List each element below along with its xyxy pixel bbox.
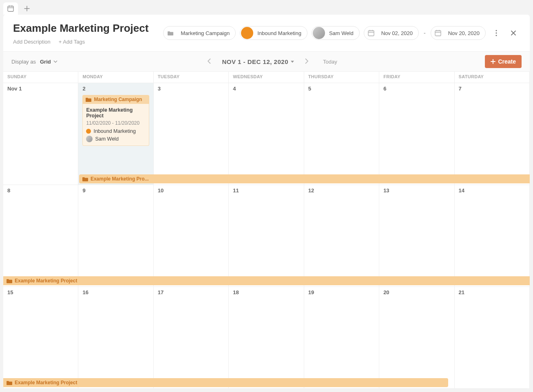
avatar-icon bbox=[86, 136, 93, 142]
day-header: SATURDAY bbox=[455, 72, 530, 83]
department-chip[interactable]: Inbound Marketing bbox=[240, 26, 307, 40]
chevron-down-icon bbox=[53, 60, 58, 63]
header: Example Marketing Project Add Descriptio… bbox=[3, 15, 530, 51]
day-number: 4 bbox=[233, 86, 236, 92]
event-card[interactable]: Example Marketing Project 11/02/2020 - 1… bbox=[82, 104, 149, 146]
calendar-day[interactable]: 3 bbox=[154, 83, 229, 185]
calendar-day[interactable]: 7 bbox=[455, 83, 530, 185]
svg-point-6 bbox=[495, 35, 497, 36]
start-date-label: Nov 02, 2020 bbox=[381, 30, 413, 36]
day-header: WEDNESDAY bbox=[229, 72, 304, 83]
calendar-icon bbox=[432, 27, 444, 39]
calendar-day[interactable]: 11 bbox=[229, 185, 304, 287]
calendar-day[interactable]: 6 bbox=[379, 83, 454, 185]
calendar-day[interactable]: 9 bbox=[78, 185, 153, 287]
day-number: 11 bbox=[233, 187, 239, 194]
day-number: 10 bbox=[158, 187, 164, 194]
calendar-day[interactable]: 21 bbox=[455, 287, 530, 389]
calendar-icon bbox=[365, 27, 377, 39]
date-dash: - bbox=[423, 30, 427, 36]
day-number: 15 bbox=[7, 289, 13, 295]
event-span-bar[interactable]: Example Marketing Project bbox=[3, 276, 530, 285]
close-button[interactable] bbox=[507, 26, 520, 40]
calendar-week: 8 9 10 11 12 13 14 Example Marketing Pro… bbox=[3, 185, 530, 287]
day-number: 9 bbox=[82, 187, 85, 194]
add-tags-link[interactable]: + Add Tags bbox=[59, 39, 85, 45]
toolbar: Display as Grid NOV 1 - DEC 12, 2020 Tod… bbox=[3, 51, 530, 71]
add-description-link[interactable]: Add Description bbox=[13, 39, 51, 45]
calendar-day[interactable]: 20 bbox=[379, 287, 454, 389]
calendar-grid: SUNDAY MONDAY TUESDAY WEDNESDAY THURSDAY… bbox=[3, 71, 530, 389]
calendar-day[interactable]: 2 Marketing Campaign Example Marketing P… bbox=[78, 83, 153, 185]
calendar-day[interactable]: 16 bbox=[78, 287, 153, 389]
today-link[interactable]: Today bbox=[323, 59, 337, 65]
day-number: 17 bbox=[158, 289, 164, 295]
calendar-day[interactable]: Nov 1 bbox=[3, 83, 78, 185]
event-span-bar[interactable]: Example Marketing Project bbox=[3, 378, 448, 387]
calendar-week: Nov 1 2 Marketing Campaign Example Marke… bbox=[3, 83, 530, 185]
day-number: 19 bbox=[308, 289, 314, 295]
folder-icon bbox=[7, 380, 12, 385]
calendar-day[interactable]: 17 bbox=[154, 287, 229, 389]
calendar-day[interactable]: 13 bbox=[379, 185, 454, 287]
campaign-chip[interactable]: Marketing Campaign bbox=[163, 26, 236, 40]
prev-range-button[interactable] bbox=[205, 57, 214, 66]
day-number: 3 bbox=[158, 86, 161, 92]
calendar-day[interactable]: 8 bbox=[3, 185, 78, 287]
tab-calendar[interactable] bbox=[3, 2, 18, 15]
folder-icon bbox=[82, 176, 88, 181]
day-header: SUNDAY bbox=[3, 72, 78, 83]
svg-point-5 bbox=[495, 32, 497, 33]
folder-icon bbox=[86, 97, 91, 102]
tab-strip bbox=[0, 0, 533, 15]
calendar-day[interactable]: 4 bbox=[229, 83, 304, 185]
day-number: 5 bbox=[308, 86, 311, 92]
day-number: 16 bbox=[82, 289, 88, 295]
date-range-label: NOV 1 - DEC 12, 2020 bbox=[222, 58, 288, 65]
calendar-day[interactable]: 12 bbox=[304, 185, 379, 287]
day-header: TUESDAY bbox=[154, 72, 229, 83]
tab-add-button[interactable] bbox=[20, 2, 34, 15]
day-number: 7 bbox=[459, 86, 462, 92]
folder-icon bbox=[7, 278, 12, 283]
day-header: FRIDAY bbox=[379, 72, 454, 83]
day-number: Nov 1 bbox=[7, 86, 22, 92]
svg-point-4 bbox=[495, 30, 497, 31]
end-date-label: Nov 20, 2020 bbox=[448, 30, 480, 36]
caret-down-icon bbox=[291, 61, 294, 63]
event-span-bar[interactable]: Example Marketing Pro... bbox=[79, 174, 530, 183]
day-number: 14 bbox=[459, 187, 464, 194]
day-number: 20 bbox=[383, 289, 389, 295]
create-button[interactable]: Create bbox=[485, 55, 522, 68]
event-owner: Sam Weld bbox=[95, 136, 118, 142]
day-number: 8 bbox=[7, 187, 10, 194]
create-button-label: Create bbox=[498, 58, 516, 65]
calendar-day[interactable]: 14 bbox=[455, 185, 530, 287]
next-range-button[interactable] bbox=[302, 57, 311, 66]
owner-chip[interactable]: Sam Weld bbox=[312, 26, 360, 40]
calendar-week: 15 16 17 18 19 20 21 Example Marketing P… bbox=[3, 287, 530, 389]
display-as-label: Display as bbox=[11, 59, 36, 65]
department-dot-icon bbox=[241, 27, 253, 39]
calendar-day[interactable]: 15 bbox=[3, 287, 78, 389]
display-as-dropdown[interactable]: Grid bbox=[40, 59, 58, 65]
day-number: 18 bbox=[233, 289, 239, 295]
calendar-day[interactable]: 19 bbox=[304, 287, 379, 389]
calendar-day[interactable]: 5 bbox=[304, 83, 379, 185]
more-menu-button[interactable] bbox=[490, 26, 503, 40]
end-date-chip[interactable]: Nov 20, 2020 bbox=[431, 26, 486, 40]
campaign-chip-label: Marketing Campaign bbox=[181, 30, 230, 36]
calendar-day[interactable]: 10 bbox=[154, 185, 229, 287]
page-title[interactable]: Example Marketing Project bbox=[13, 22, 148, 35]
day-number: 13 bbox=[383, 187, 389, 194]
calendar-day[interactable]: 18 bbox=[229, 287, 304, 389]
event-tag[interactable]: Marketing Campaign bbox=[82, 95, 149, 104]
event-dept: Inbound Marketing bbox=[93, 128, 136, 134]
day-header: THURSDAY bbox=[304, 72, 379, 83]
date-range-dropdown[interactable]: NOV 1 - DEC 12, 2020 bbox=[222, 58, 294, 65]
event-dates: 11/02/2020 - 11/20/2020 bbox=[86, 120, 145, 126]
day-number: 21 bbox=[459, 289, 464, 295]
start-date-chip[interactable]: Nov 02, 2020 bbox=[364, 26, 419, 40]
day-header: MONDAY bbox=[78, 72, 153, 83]
day-number: 12 bbox=[308, 187, 314, 194]
